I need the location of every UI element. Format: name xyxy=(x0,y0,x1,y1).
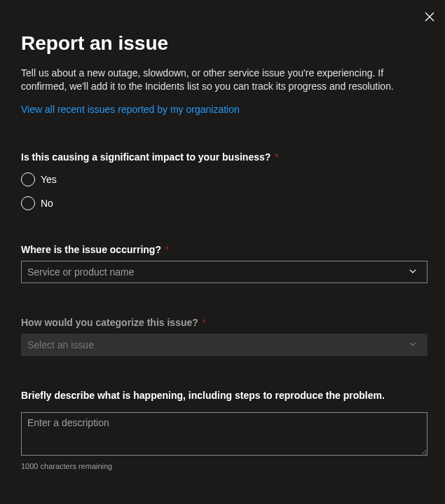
impact-radio-yes[interactable]: Yes xyxy=(21,172,424,186)
report-issue-panel: Report an issue Tell us about a new outa… xyxy=(0,0,445,484)
category-label: How would you categorize this issue? * xyxy=(21,317,424,328)
close-button[interactable] xyxy=(423,11,437,25)
impact-radio-group: Yes No xyxy=(21,172,424,210)
intro-text: Tell us about a new outage, slowdown, or… xyxy=(21,67,413,94)
radio-icon xyxy=(21,196,35,210)
impact-radio-no[interactable]: No xyxy=(21,196,424,210)
impact-label-text: Is this causing a significant impact to … xyxy=(21,151,271,163)
category-select-placeholder: Select an issue xyxy=(27,339,94,350)
category-label-text: How would you categorize this issue? xyxy=(21,317,198,328)
page-title: Report an issue xyxy=(21,32,424,55)
location-select-placeholder: Service or product name xyxy=(27,266,135,278)
description-textarea[interactable] xyxy=(21,412,427,456)
description-group: Briefly describe what is happening, incl… xyxy=(21,390,424,470)
radio-icon xyxy=(21,172,35,186)
category-select: Select an issue xyxy=(21,334,427,356)
char-count: 1000 characters remaining xyxy=(21,462,424,470)
required-mark: * xyxy=(203,317,206,328)
impact-label: Is this causing a significant impact to … xyxy=(21,151,424,163)
impact-group: Is this causing a significant impact to … xyxy=(21,151,424,210)
location-select-wrap: Service or product name xyxy=(21,261,424,283)
impact-yes-label: Yes xyxy=(41,174,57,185)
required-mark: * xyxy=(275,151,278,163)
location-label-text: Where is the issue occurring? xyxy=(21,244,161,255)
location-group: Where is the issue occurring? * Service … xyxy=(21,244,424,283)
view-recent-issues-link[interactable]: View all recent issues reported by my or… xyxy=(21,104,240,115)
category-select-wrap: Select an issue xyxy=(21,334,424,356)
location-label: Where is the issue occurring? * xyxy=(21,244,424,255)
location-select[interactable]: Service or product name xyxy=(21,261,427,283)
description-label: Briefly describe what is happening, incl… xyxy=(21,390,424,401)
required-mark: * xyxy=(165,244,169,255)
category-group: How would you categorize this issue? * S… xyxy=(21,317,424,356)
impact-no-label: No xyxy=(41,198,53,209)
close-icon xyxy=(425,12,434,24)
